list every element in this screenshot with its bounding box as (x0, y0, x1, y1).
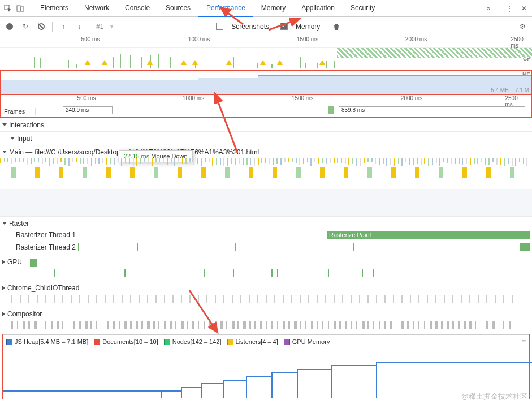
legend-menu-icon[interactable]: ≡ (522, 338, 526, 346)
memory-label: Memory (296, 23, 320, 31)
recording-dropdown-icon[interactable]: ▼ (109, 24, 114, 29)
overflow-tabs-icon[interactable]: » (484, 4, 493, 13)
overview-lanes[interactable]: FP CP (0, 48, 532, 70)
memory-chart[interactable] (3, 349, 529, 398)
tab-console[interactable]: Console (117, 0, 158, 17)
detail-ruler[interactable]: 500 ms 1000 ms 1500 ms 2000 ms 2500 ms (0, 95, 532, 105)
tick: 2500 ms (511, 36, 525, 49)
main-spacer (0, 189, 532, 216)
tick: 1500 ms (297, 36, 318, 42)
tab-sources[interactable]: Sources (158, 0, 198, 17)
clear-icon[interactable] (36, 23, 46, 30)
compositor-lane[interactable]: Compositor (0, 307, 532, 320)
screenshots-checkbox[interactable] (216, 23, 223, 30)
main-lane[interactable]: Main — file:///C:/Users/suxq/Desktop/…%8… (0, 145, 532, 158)
frames-label: Frames (1, 108, 36, 115)
tab-memory[interactable]: Memory (253, 0, 293, 17)
legend-documents[interactable]: Documents[10 – 10] (94, 338, 158, 345)
compositor-body[interactable] (0, 320, 532, 333)
chevron-down-icon[interactable] (2, 222, 7, 225)
frame-1[interactable]: 240.9 ms (63, 106, 113, 114)
legend-gpumem[interactable]: GPU Memory (284, 338, 330, 345)
watermark: @稀土掘金技术社区 (461, 392, 527, 402)
raster-thread2[interactable]: Rasterizer Thread 2 (0, 242, 532, 255)
legend-jsheap[interactable]: JS Heap[5.4 MB – 7.1 MB] (6, 338, 88, 345)
performance-toolbar: ↻ ↑ ↓ #1 ▼ Screenshots Memory ⚙ (0, 17, 532, 36)
record-icon[interactable] (5, 23, 15, 30)
tab-network[interactable]: Network (76, 0, 117, 17)
garbage-collect-icon[interactable] (331, 23, 341, 31)
chevron-down-icon[interactable] (2, 123, 7, 126)
chrome-io-lane[interactable]: Chrome_ChildIOThread (0, 281, 532, 294)
close-devtools-icon[interactable]: ✕ (520, 4, 529, 13)
gpu-lane[interactable]: GPU (0, 255, 532, 268)
recording-name[interactable]: #1 (96, 23, 103, 31)
tab-security[interactable]: Security (343, 0, 383, 17)
gpu-body[interactable] (0, 268, 532, 281)
tab-performance[interactable]: Performance (198, 0, 253, 17)
svg-rect-2 (21, 7, 24, 11)
main-flamegraph[interactable] (0, 158, 532, 189)
svg-rect-1 (17, 6, 20, 11)
tab-application[interactable]: Application (293, 0, 343, 17)
chevron-right-icon[interactable] (2, 312, 5, 316)
legend-listeners[interactable]: Listeners[4 – 4] (227, 338, 278, 345)
settings-icon[interactable]: ⚙ (517, 23, 527, 31)
tick: 1000 ms (188, 36, 210, 42)
inspect-icon[interactable] (3, 4, 12, 13)
screenshots-label: Screenshots (231, 23, 269, 31)
frame-2[interactable]: 859.8 ms (339, 106, 525, 114)
chrome-io-body[interactable] (0, 294, 532, 307)
rasterize-paint-task[interactable]: Rasterize Paint (327, 231, 530, 239)
interactions-lane[interactable]: Interactions (0, 118, 532, 131)
raster-lane[interactable]: Raster (0, 216, 532, 230)
tick: 500 ms (81, 36, 100, 42)
cpu-hatch (337, 48, 532, 58)
save-profile-icon[interactable]: ↓ (74, 23, 84, 31)
memory-legend: JS Heap[5.4 MB – 7.1 MB] Documents[10 – … (3, 334, 529, 349)
tab-elements[interactable]: Elements (32, 0, 76, 17)
device-mode-icon[interactable] (16, 4, 25, 13)
menu-icon[interactable]: ⋮ (505, 4, 514, 13)
devtools-tab-bar: Elements Network Console Sources Perform… (0, 0, 532, 17)
heap-overview[interactable]: NE HEA 5.4 MB – 7.1 M (0, 70, 532, 95)
legend-nodes[interactable]: Nodes[142 – 142] (164, 338, 222, 345)
chevron-down-icon[interactable] (2, 151, 7, 153)
tab-list: Elements Network Console Sources Perform… (32, 0, 383, 17)
raster-thread1[interactable]: Rasterizer Thread 1 Rasterize Paint (0, 230, 532, 242)
overview-ruler[interactable]: 500 ms 1000 ms 1500 ms 2000 ms 2500 ms (0, 36, 532, 48)
chevron-down-icon[interactable] (10, 137, 15, 140)
input-lane[interactable]: Input (0, 131, 532, 145)
heap-range-text: 5.4 MB – 7.1 M (491, 87, 529, 93)
memory-checkbox[interactable] (280, 23, 288, 30)
memory-section: JS Heap[5.4 MB – 7.1 MB] Documents[10 – … (2, 334, 530, 399)
frames-lane[interactable]: Frames 240.9 ms 859.8 ms (0, 105, 532, 118)
chevron-right-icon[interactable] (2, 286, 5, 290)
chevron-right-icon[interactable] (2, 260, 5, 264)
reload-record-icon[interactable]: ↻ (20, 23, 31, 31)
tick: 2000 ms (405, 36, 427, 42)
load-profile-icon[interactable]: ↑ (58, 23, 68, 31)
